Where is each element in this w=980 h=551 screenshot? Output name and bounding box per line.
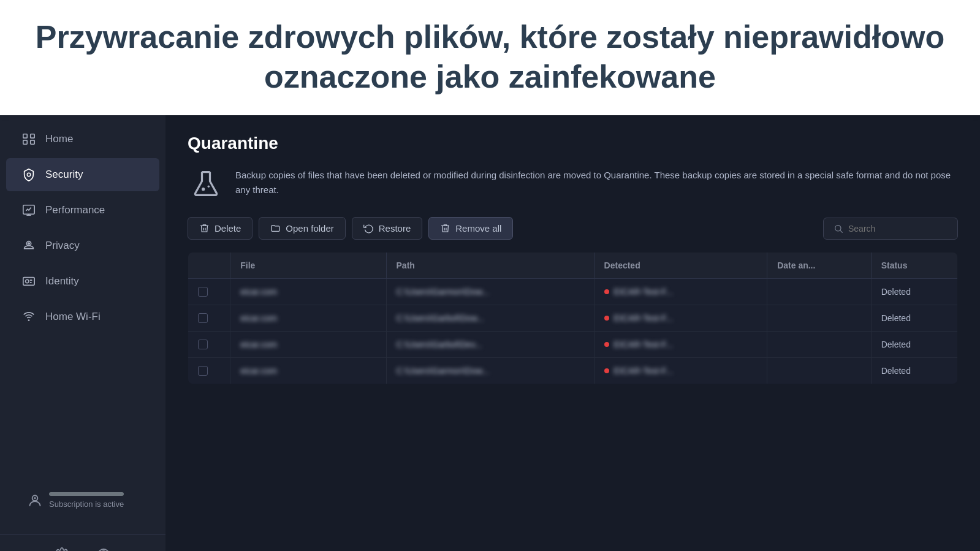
row-status: Deleted <box>881 366 911 376</box>
row-checkbox-cell[interactable] <box>188 332 230 358</box>
row-checkbox-cell[interactable] <box>188 305 230 332</box>
sidebar-item-security-label: Security <box>45 169 83 181</box>
svg-point-16 <box>202 188 205 191</box>
threat-dot <box>604 289 609 294</box>
subscription-info: Subscription is active <box>49 492 124 509</box>
row-status-cell: Deleted <box>871 305 957 332</box>
settings-icon[interactable] <box>53 546 70 551</box>
search-box[interactable] <box>823 218 958 240</box>
col-header-detected[interactable]: Detected <box>594 253 767 279</box>
shield-icon <box>21 167 37 183</box>
table-header-row: File Path Detected Date an... Status <box>188 253 958 279</box>
row-file-name: eicar.com <box>240 287 376 297</box>
toolbar: Delete Open folder Restore <box>188 217 958 240</box>
row-file-cell: eicar.com <box>230 305 386 332</box>
sidebar-item-security[interactable]: Security <box>6 158 159 191</box>
svg-rect-1 <box>31 134 34 138</box>
table-row: eicar.com C:\Users\Garbol\Dow... EICAR-T… <box>188 305 958 332</box>
account-section[interactable]: Subscription is active <box>18 486 147 515</box>
col-header-status[interactable]: Status <box>871 253 957 279</box>
restore-button[interactable]: Restore <box>352 217 423 240</box>
row-path-cell: C:\Users\Garbol\Dow... <box>386 305 594 332</box>
banner-title: Przywracanie zdrowych plików, które zost… <box>25 17 955 97</box>
row-path: C:\Users\Garbol\Dow... <box>397 313 484 323</box>
restore-label: Restore <box>379 223 411 234</box>
search-input[interactable] <box>848 224 948 234</box>
row-checkbox-cell[interactable] <box>188 358 230 384</box>
col-header-checkbox <box>188 253 230 279</box>
svg-rect-2 <box>23 140 27 144</box>
row-file-name: eicar.com <box>240 366 376 376</box>
row-status-cell: Deleted <box>871 358 957 384</box>
threat-dot <box>604 368 609 373</box>
sidebar: Home Security Performance <box>0 115 165 551</box>
col-header-date[interactable]: Date an... <box>767 253 872 279</box>
quarantine-table: File Path Detected Date an... Status eic… <box>188 252 958 384</box>
sidebar-item-home-wifi[interactable]: Home Wi-Fi <box>6 300 159 333</box>
row-detected-name: EICAR-Test-F... <box>614 313 673 323</box>
restore-icon <box>363 223 374 234</box>
col-header-file[interactable]: File <box>230 253 386 279</box>
open-folder-button[interactable]: Open folder <box>259 217 345 240</box>
sidebar-item-wifi-label: Home Wi-Fi <box>45 311 101 323</box>
row-detected-cell: EICAR-Test-F... <box>594 279 767 305</box>
sidebar-footer <box>0 534 165 551</box>
svg-point-12 <box>34 497 36 499</box>
sidebar-item-performance[interactable]: Performance <box>6 194 159 227</box>
row-detected: EICAR-Test-F... <box>604 340 758 349</box>
row-checkbox[interactable] <box>198 287 208 297</box>
svg-point-7 <box>28 243 30 245</box>
row-detected-name: EICAR-Test-F... <box>614 287 673 297</box>
remove-all-button[interactable]: Remove all <box>428 217 513 240</box>
delete-label: Delete <box>215 223 241 234</box>
sidebar-item-home[interactable]: Home <box>6 123 159 156</box>
remove-all-label: Remove all <box>455 223 501 234</box>
svg-point-17 <box>208 186 210 188</box>
row-status: Deleted <box>881 313 911 323</box>
row-date-cell <box>767 279 872 305</box>
row-file-name: eicar.com <box>240 340 376 349</box>
delete-button[interactable]: Delete <box>188 217 253 240</box>
row-checkbox-cell[interactable] <box>188 279 230 305</box>
flask-icon <box>188 165 224 202</box>
row-date-cell <box>767 305 872 332</box>
description-text: Backup copies of files that have been de… <box>235 165 958 197</box>
support-icon[interactable] <box>95 546 112 551</box>
row-file-name: eicar.com <box>240 313 376 323</box>
sidebar-item-privacy[interactable]: Privacy <box>6 229 159 262</box>
svg-point-10 <box>28 319 30 321</box>
wifi-icon <box>21 309 37 325</box>
row-checkbox[interactable] <box>198 366 208 376</box>
folder-icon <box>270 223 281 234</box>
sidebar-item-performance-label: Performance <box>45 204 105 216</box>
subscription-text: Subscription is active <box>49 500 124 509</box>
app-container: Home Security Performance <box>0 115 980 551</box>
row-path: C:\Users\Garmon\Dow... <box>397 287 490 297</box>
row-detected-cell: EICAR-Test-F... <box>594 358 767 384</box>
sidebar-item-identity-label: Identity <box>45 275 79 287</box>
sidebar-item-privacy-label: Privacy <box>45 240 80 252</box>
row-detected-cell: EICAR-Test-F... <box>594 332 767 358</box>
svg-rect-3 <box>31 140 34 144</box>
row-path: C:\Users\Garbol\Dev... <box>397 340 482 349</box>
subscription-bar <box>49 492 124 496</box>
row-status: Deleted <box>881 287 911 297</box>
row-file-cell: eicar.com <box>230 358 386 384</box>
svg-point-18 <box>835 225 841 230</box>
row-detected-name: EICAR-Test-F... <box>614 340 673 349</box>
main-content: Quarantine Backup copies of files that h… <box>165 115 980 551</box>
home-icon <box>21 131 37 147</box>
sidebar-item-identity[interactable]: Identity <box>6 265 159 298</box>
sidebar-bottom: Subscription is active <box>0 474 165 530</box>
row-checkbox[interactable] <box>198 313 208 323</box>
row-detected: EICAR-Test-F... <box>604 313 758 323</box>
search-icon <box>834 224 843 234</box>
row-checkbox[interactable] <box>198 340 208 349</box>
open-folder-label: Open folder <box>286 223 333 234</box>
col-header-path[interactable]: Path <box>386 253 594 279</box>
table-row: eicar.com C:\Users\Garmon\Dow... EICAR-T… <box>188 279 958 305</box>
row-status-cell: Deleted <box>871 279 957 305</box>
description-box: Backup copies of files that have been de… <box>188 165 958 202</box>
row-detected: EICAR-Test-F... <box>604 366 758 376</box>
sidebar-item-home-label: Home <box>45 133 73 145</box>
